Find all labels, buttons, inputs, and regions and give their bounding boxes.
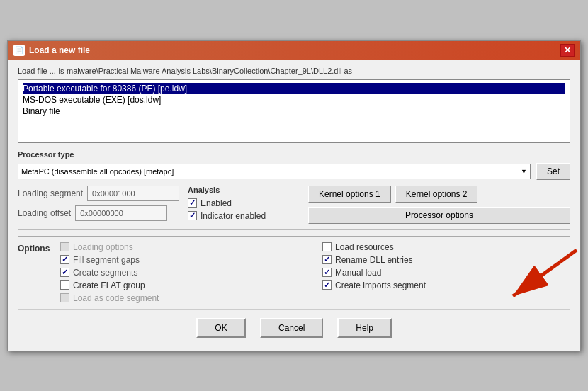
main-section: Loading segment Loading offset Analysis …: [18, 186, 570, 224]
left-option-0-label: Loading options: [73, 242, 133, 252]
options-section: Options Loading options Fill segment gap…: [18, 236, 570, 303]
processor-type-value: MetaPC (disassemble all opcodes) [metapc…: [21, 167, 174, 176]
left-option-2: Create segments: [60, 268, 308, 278]
file-type-item-0[interactable]: Portable executable for 80386 (PE) [pe.l…: [23, 83, 565, 94]
right-option-0-label: Load resources: [335, 242, 394, 252]
left-option-3: Create FLAT group: [60, 280, 308, 290]
left-option-1-label: Fill segment gaps: [73, 255, 140, 265]
right-option-3-checkbox[interactable]: [322, 280, 332, 290]
right-option-2: Manual load: [322, 268, 570, 278]
dialog-content: Load file ...-is-malware\Practical Malwa…: [8, 60, 580, 351]
right-option-2-label: Manual load: [335, 268, 381, 278]
loading-segment-label: Loading segment: [18, 188, 83, 198]
right-option-3-label: Create imports segment: [335, 280, 426, 290]
indicator-enabled-row: Indicator enabled: [188, 211, 301, 221]
loading-offset-input[interactable]: [75, 205, 167, 221]
file-path-label: Load file ...-is-malware\Practical Malwa…: [18, 67, 570, 75]
left-option-3-label: Create FLAT group: [73, 280, 145, 290]
right-option-1-checkbox[interactable]: [322, 255, 332, 264]
left-option-1-checkbox[interactable]: [60, 255, 69, 264]
kernel-options-2-button[interactable]: Kernel options 2: [395, 186, 478, 203]
left-option-0-checkbox[interactable]: [60, 242, 69, 251]
cancel-button[interactable]: Cancel: [260, 318, 323, 338]
dialog-icon: 📄: [13, 45, 25, 56]
right-option-0-checkbox[interactable]: [322, 242, 332, 251]
right-section: Kernel options 1 Kernel options 2 Proces…: [308, 186, 570, 224]
indicator-enabled-checkbox[interactable]: [188, 211, 197, 220]
processor-type-combo[interactable]: MetaPC (disassemble all opcodes) [metapc…: [18, 164, 531, 179]
enabled-checkbox[interactable]: [188, 198, 197, 208]
bottom-buttons: OK Cancel Help: [18, 309, 570, 344]
left-option-0: Loading options: [60, 242, 308, 252]
kernel-options-1-button[interactable]: Kernel options 1: [308, 186, 391, 203]
left-option-4-checkbox[interactable]: [60, 293, 69, 302]
processor-type-row: MetaPC (disassemble all opcodes) [metapc…: [18, 163, 570, 180]
close-button[interactable]: ✕: [560, 44, 575, 57]
left-option-2-checkbox[interactable]: [60, 268, 69, 277]
help-button[interactable]: Help: [337, 318, 392, 338]
loading-segment-row: Loading segment: [18, 186, 181, 201]
options-label: Options: [18, 242, 60, 303]
left-option-2-label: Create segments: [73, 268, 137, 278]
loading-offset-row: Loading offset: [18, 205, 181, 221]
kernel-row: Kernel options 1 Kernel options 2: [308, 186, 570, 203]
title-bar: 📄 Load a new file ✕: [8, 41, 580, 60]
set-button[interactable]: Set: [536, 163, 570, 180]
right-option-1: Rename DLL entries: [322, 255, 570, 265]
combo-dropdown-arrow: ▼: [521, 168, 527, 175]
right-option-3: Create imports segment: [322, 280, 570, 290]
loading-offset-label: Loading offset: [18, 208, 71, 218]
loading-segment-input[interactable]: [87, 186, 179, 201]
dialog-title: Load a new file: [29, 45, 90, 55]
left-option-4-label: Load as code segment: [73, 293, 159, 303]
ok-button[interactable]: OK: [196, 318, 246, 338]
right-option-2-checkbox[interactable]: [322, 268, 332, 277]
title-bar-left: 📄 Load a new file: [13, 45, 90, 56]
right-option-0: Load resources: [322, 242, 570, 252]
load-file-dialog: 📄 Load a new file ✕ Load file ...-is-mal…: [7, 40, 581, 351]
processor-type-label: Processor type: [18, 150, 74, 159]
indicator-enabled-label: Indicator enabled: [200, 211, 266, 221]
left-section: Loading segment Loading offset: [18, 186, 181, 224]
enabled-row: Enabled: [188, 198, 301, 208]
analysis-label: Analysis: [188, 186, 301, 194]
processor-options-button[interactable]: Processor options: [308, 207, 570, 224]
file-type-item-2[interactable]: Binary file: [23, 106, 565, 117]
left-option-4: Load as code segment: [60, 293, 308, 303]
options-divider: [18, 230, 570, 230]
file-type-item-1[interactable]: MS-DOS executable (EXE) [dos.ldw]: [23, 94, 565, 106]
processor-type-section: Processor type: [18, 150, 570, 159]
right-options-col: Load resources Rename DLL entries Manual…: [322, 242, 570, 303]
processor-options-row: Processor options: [308, 207, 570, 224]
enabled-label: Enabled: [200, 198, 232, 208]
left-option-3-checkbox[interactable]: [60, 280, 69, 290]
left-options-col: Loading options Fill segment gaps Create…: [60, 242, 308, 303]
analysis-section: Analysis Enabled Indicator enabled: [188, 186, 301, 224]
right-option-1-label: Rename DLL entries: [335, 255, 413, 265]
left-option-1: Fill segment gaps: [60, 255, 308, 265]
file-type-list[interactable]: Portable executable for 80386 (PE) [pe.l…: [18, 79, 570, 143]
